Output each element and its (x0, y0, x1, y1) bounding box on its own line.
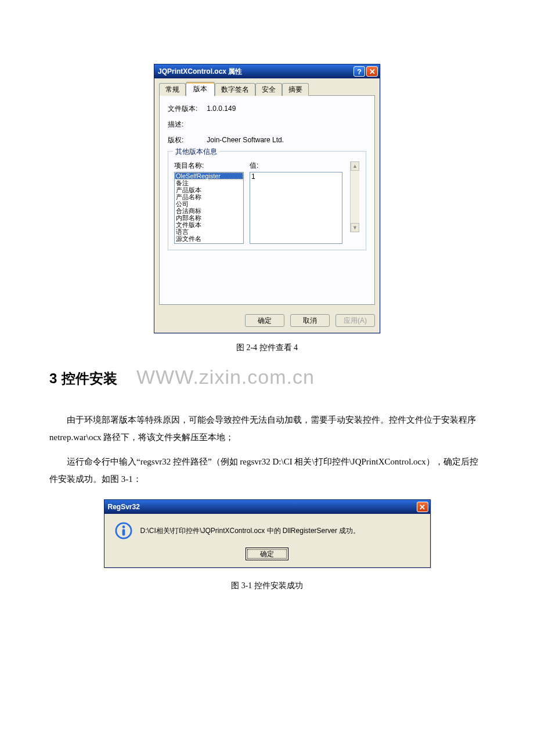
tab-version[interactable]: 版本 (186, 82, 215, 96)
close-icon[interactable]: ✕ (417, 502, 428, 512)
tab-strip: 常规 版本 数字签名 安全 摘要 (159, 83, 375, 96)
properties-dialog: JQPrintXControl.ocx 属性 ? ✕ 常规 版本 数字签名 安全… (154, 64, 380, 333)
value-column: 值: 1 ▲ ▼ (250, 161, 360, 244)
scroll-down-icon[interactable]: ▼ (351, 223, 359, 232)
tab-general[interactable]: 常规 (159, 83, 186, 96)
value-text: 1 (251, 172, 255, 181)
group-legend: 其他版本信息 (173, 147, 219, 157)
figure-caption-3-1: 图 3-1 控件安装成功 (49, 581, 485, 591)
list-item[interactable]: 语言 (175, 228, 243, 235)
info-icon (115, 522, 132, 539)
regsvr32-dialog: RegSvr32 ✕ D:\CI相关\打印控件\JQPrintXControl.… (104, 499, 431, 568)
title-text: JQPrintXControl.ocx 属性 (158, 67, 352, 77)
value: 1.0.0.149 (207, 105, 236, 113)
dialog-body: D:\CI相关\打印控件\JQPrintXControl.ocx 中的 DllR… (104, 514, 430, 567)
heading-number: 3 (49, 370, 57, 386)
other-version-group: 其他版本信息 项目名称: OleSelfRegister 备注 产品版本 产品名… (168, 151, 366, 250)
tab-panel: 文件版本: 1.0.0.149 描述: 版权: Join-Cheer Softw… (159, 96, 375, 305)
value-box: 1 ▲ ▼ (250, 172, 342, 244)
paragraph-1: 由于环境部署版本等特殊原因，可能会导致控件无法自动加载，需要手动安装控件。控件文… (49, 411, 485, 446)
list-item[interactable]: 公司 (175, 200, 243, 207)
titlebar: JQPrintXControl.ocx 属性 ? ✕ (154, 64, 380, 78)
label: 描述: (168, 120, 205, 129)
label: 文件版本: (168, 104, 205, 114)
document-page: JQPrintXControl.ocx 属性 ? ✕ 常规 版本 数字签名 安全… (0, 0, 534, 642)
items-listbox[interactable]: OleSelfRegister 备注 产品版本 产品名称 公司 合法商标 内部名… (174, 172, 244, 244)
name-column: 项目名称: OleSelfRegister 备注 产品版本 产品名称 公司 合法… (174, 161, 244, 244)
titlebar: RegSvr32 ✕ (104, 500, 430, 514)
list-item[interactable]: 产品版本 (175, 186, 243, 193)
figure-caption-2-4: 图 2-4 控件查看 4 (49, 343, 485, 353)
svg-point-1 (122, 525, 125, 528)
paragraph-2: 运行命令行中输入“regsvr32 控件路径”（例如 regsvr32 D:\C… (49, 453, 485, 488)
section-heading: 3控件安装 (49, 369, 485, 388)
scrollbar[interactable]: ▲ ▼ (350, 161, 359, 232)
field-description: 描述: (168, 120, 366, 129)
help-icon[interactable]: ? (353, 66, 365, 77)
tab-digital-sig[interactable]: 数字签名 (215, 83, 255, 96)
scroll-up-icon[interactable]: ▲ (351, 161, 359, 171)
cancel-button[interactable]: 取消 (290, 314, 330, 327)
message-row: D:\CI相关\打印控件\JQPrintXControl.ocx 中的 DllR… (115, 522, 420, 539)
list-item[interactable]: 合法商标 (175, 207, 243, 214)
field-copyright: 版权: Join-Cheer Software Ltd. (168, 135, 366, 145)
list-item[interactable]: 产品名称 (175, 193, 243, 200)
tab-summary[interactable]: 摘要 (282, 83, 309, 96)
dialog-buttons: 确定 取消 应用(A) (154, 309, 380, 333)
name-header: 项目名称: (174, 161, 244, 171)
field-file-version: 文件版本: 1.0.0.149 (168, 104, 366, 114)
ok-button[interactable]: 确定 (245, 314, 284, 327)
value: Join-Cheer Software Ltd. (207, 136, 284, 144)
list-item[interactable]: 源文件名 (175, 235, 243, 242)
message-text: D:\CI相关\打印控件\JQPrintXControl.ocx 中的 DllR… (140, 526, 360, 536)
list-item[interactable]: 内部名称 (175, 214, 243, 221)
close-icon[interactable]: ✕ (366, 66, 378, 77)
list-item[interactable]: 文件版本 (175, 221, 243, 228)
list-item[interactable]: 备注 (175, 179, 243, 186)
section-heading-wrap: WWW.zixin.com.cn 3控件安装 (49, 369, 485, 388)
apply-button: 应用(A) (335, 314, 375, 327)
heading-text: 控件安装 (62, 370, 117, 386)
value-header: 值: (250, 161, 360, 171)
title-text: RegSvr32 (108, 503, 416, 511)
svg-rect-2 (122, 529, 125, 535)
tab-security[interactable]: 安全 (255, 83, 282, 96)
dialog-body: 常规 版本 数字签名 安全 摘要 文件版本: 1.0.0.149 描述: 版权:… (154, 78, 380, 309)
label: 版权: (168, 135, 205, 145)
ok-button[interactable]: 确定 (246, 548, 288, 560)
list-item[interactable]: OleSelfRegister (175, 172, 243, 179)
